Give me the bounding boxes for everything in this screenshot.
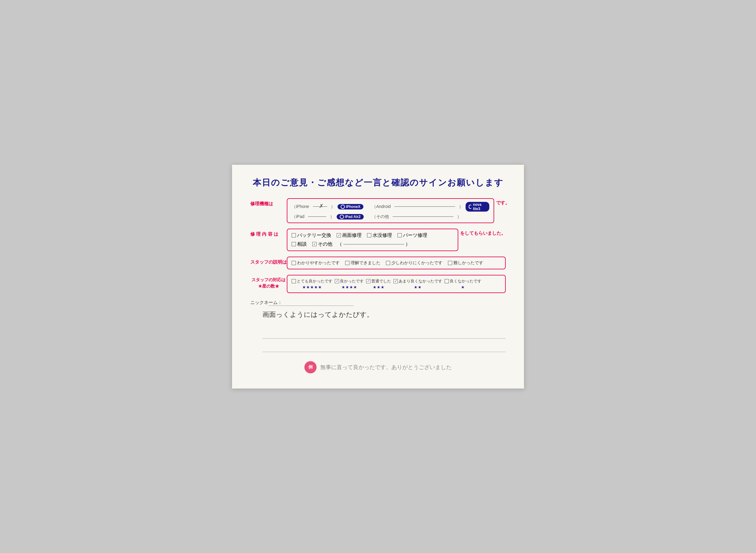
cb-difficult: 難しかったです <box>448 260 483 266</box>
cb-difficult-label: 難しかったです <box>453 260 483 266</box>
cb-battery-label: バッテリー交換 <box>297 232 331 239</box>
resp-very-good: とても良かったです ★★★★★ <box>292 279 332 290</box>
resp-bad-text: 良くなかったです <box>450 279 481 284</box>
resp-bad: 良くなかったです ★ <box>445 279 481 290</box>
page-title: 本日のご意見・ご感想など一言と確認のサインお願いします <box>250 177 506 188</box>
cb-screen: 画面修理 <box>336 232 362 239</box>
nickname-section: ニックネーム： <box>250 300 506 306</box>
cb-water-box <box>367 233 371 237</box>
response-section: スタッフの対応は ★星の数★ とても良かったです ★★★★★ 良かったです <box>250 275 506 293</box>
android-line <box>394 207 455 207</box>
resp-very-good-label: とても良かったです <box>292 279 332 284</box>
resp-not-great-label: あまり良くなかったです <box>393 279 442 284</box>
repair-row1: バッテリー交換 画面修理 水没修理 パーツ修理 <box>292 232 453 239</box>
cb-parts: パーツ修理 <box>397 232 427 239</box>
cb-not-great <box>393 279 398 283</box>
resp-not-great-stars: ★★ <box>414 285 422 290</box>
cb-battery-box <box>292 233 296 237</box>
cb-battery: バッテリー交換 <box>292 232 331 239</box>
cb-water: 水没修理 <box>367 232 392 239</box>
device-row-2: （iPad ） iPad Air2 （その他 ） <box>292 214 489 220</box>
repair-label: 修 理 内 容 は <box>250 229 287 238</box>
badge-circle-iphone <box>341 205 345 209</box>
resp-good-label: 良かったです <box>335 279 364 284</box>
ipad-prefix: （iPad <box>292 214 304 220</box>
device-grid: （iPhone ✗ ） iPhoneX （Android ） <box>292 202 489 220</box>
cb-screen-box <box>336 233 341 237</box>
ipad-close: ） <box>330 214 334 220</box>
repair-suffix: をしてもらいました。 <box>458 229 506 236</box>
ipad-line <box>308 217 326 217</box>
cb-understood: 理解できました <box>345 260 380 266</box>
resp-good-text: 良かったです <box>340 279 364 284</box>
iphone-badge: iPhoneX <box>337 204 363 210</box>
comment-text: 画面っくようにはってよかたびす。 <box>262 310 506 319</box>
cb-good <box>335 279 339 283</box>
resp-not-great-text: あまり良くなかったです <box>399 279 442 284</box>
device-label: 修理機種は <box>250 198 287 207</box>
other-suffix: ） <box>457 214 461 220</box>
cb-very-good <box>292 279 296 283</box>
cb-easy: わかりやすかったです <box>292 260 340 266</box>
cb-other-box <box>312 242 317 246</box>
resp-not-great: あまり良くなかったです ★★ <box>393 279 442 290</box>
cb-other-label: その他 （ <box>318 241 342 247</box>
android-close: ） <box>459 204 463 210</box>
resp-very-good-stars: ★★★★★ <box>302 285 322 290</box>
comment-section: 画面っくようにはってよかたびす。 <box>250 310 506 352</box>
example-text: 無事に直って良かったです。ありがとうございました <box>320 364 452 371</box>
resp-normal-stars: ★★★ <box>373 285 385 290</box>
explanation-box: わかりやすかったです 理解できました 少しわかりにくかったです 難しかったです <box>287 257 506 269</box>
resp-normal: 普通でした ★★★ <box>366 279 391 290</box>
iphone-close: ） <box>331 204 335 210</box>
repair-row2: 相談 その他 （ ） <box>292 241 453 247</box>
nickname-line <box>269 306 354 306</box>
cb-easy-label: わかりやすかったです <box>297 260 340 266</box>
response-label: スタッフの対応は ★星の数★ <box>250 275 287 290</box>
resp-normal-text: 普通でした <box>371 279 391 284</box>
resp-normal-label: 普通でした <box>366 279 391 284</box>
nickname-label: ニックネーム： <box>250 300 282 305</box>
cb-consult-box <box>292 242 296 246</box>
device-section: 修理機種は （iPhone ✗ ） iPhoneX （Android <box>250 198 506 223</box>
comment-line-1 <box>262 325 506 339</box>
cb-consult: 相談 <box>292 241 307 247</box>
response-box: とても良かったです ★★★★★ 良かったです ★★★★ 普通でした <box>287 275 506 293</box>
cb-hard: 少しわかりにくかったです <box>386 260 443 266</box>
cb-understood-label: 理解できました <box>351 260 380 266</box>
android-prefix: （Android <box>372 204 391 210</box>
iphone-line: ✗ <box>313 207 327 207</box>
cb-screen-label: 画面修理 <box>342 232 362 239</box>
example-badge: 例 <box>304 361 317 373</box>
cb-hard-box <box>386 261 390 265</box>
cb-parts-box <box>397 233 402 237</box>
x-mark: ✗ <box>319 203 323 210</box>
resp-bad-stars: ★ <box>461 285 465 290</box>
other-close-paren: ） <box>405 241 410 247</box>
cb-parts-label: パーツ修理 <box>403 232 427 239</box>
other-line <box>393 217 453 217</box>
feedback-form: 本日のご意見・ご感想など一言と確認のサインお願いします 修理機種は （iPhon… <box>232 165 524 389</box>
cb-other: その他 （ ） <box>312 241 410 247</box>
cb-water-label: 水没修理 <box>373 232 392 239</box>
response-grid: とても良かったです ★★★★★ 良かったです ★★★★ 普通でした <box>292 279 501 290</box>
device-suffix: です。 <box>494 198 510 206</box>
cb-difficult-box <box>448 261 452 265</box>
comment-line-2 <box>262 339 506 352</box>
other-prefix: （その他 <box>372 214 389 220</box>
cb-hard-label: 少しわかりにくかったです <box>391 260 443 266</box>
resp-good-stars: ★★★★ <box>342 285 357 290</box>
device-row-1: （iPhone ✗ ） iPhoneX （Android ） <box>292 202 489 212</box>
cb-easy-box <box>292 261 296 265</box>
device-box: （iPhone ✗ ） iPhoneX （Android ） <box>287 198 494 223</box>
other-fill <box>343 244 404 244</box>
cb-consult-label: 相談 <box>297 241 307 247</box>
explanation-label: スタッフの説明は <box>250 257 287 266</box>
example-section: 例 無事に直って良かったです。ありがとうございました <box>250 361 506 373</box>
resp-good: 良かったです ★★★★ <box>335 279 364 290</box>
cb-normal <box>366 279 370 283</box>
explanation-row: わかりやすかったです 理解できました 少しわかりにくかったです 難しかったです <box>292 260 501 266</box>
explanation-section: スタッフの説明は わかりやすかったです 理解できました 少しわかりにくかったです <box>250 257 506 269</box>
badge-circle-android <box>469 205 472 209</box>
android-badge: nova lite3 <box>466 202 489 212</box>
